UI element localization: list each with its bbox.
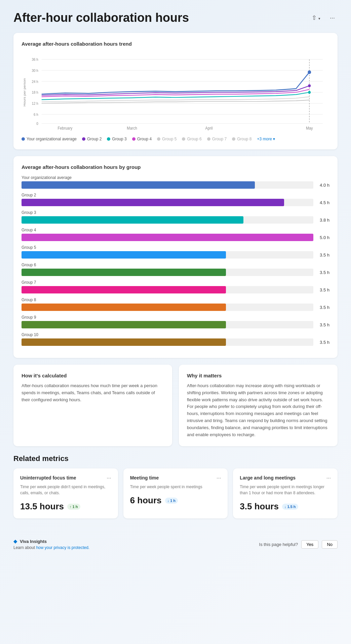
bar-fill-8 <box>22 321 226 328</box>
footer-left: ◆ Viva Insights Learn about how your pri… <box>13 539 89 550</box>
bar-fill-9 <box>22 338 226 346</box>
bar-track-4 <box>22 251 313 259</box>
bar-label-7: Group 8 <box>22 297 329 302</box>
bar-label-4: Group 5 <box>22 245 329 250</box>
bar-fill-1 <box>22 199 284 206</box>
bar-value-6: 3.5 h <box>316 287 329 292</box>
bar-group-5: Group 6 3.5 h <box>22 263 329 276</box>
footer-privacy-link[interactable]: how your privacy is protected. <box>36 545 89 550</box>
metric-meeting-desc: Time per week people spent in meetings <box>130 484 221 490</box>
bar-row-6: 3.5 h <box>22 286 329 293</box>
bar-value-2: 3.8 h <box>316 218 329 223</box>
bar-value-5: 3.5 h <box>316 270 329 275</box>
bar-group-6: Group 7 3.5 h <box>22 280 329 293</box>
metric-focus-desc: Time per week people didn't spend in mee… <box>20 484 111 496</box>
svg-text:12 h: 12 h <box>32 102 38 105</box>
legend-item-group2[interactable]: Group 2 <box>82 137 102 141</box>
svg-text:February: February <box>58 126 73 131</box>
svg-text:6 h: 6 h <box>34 112 38 116</box>
legend-label-group2: Group 2 <box>87 137 102 141</box>
metric-focus-value-row: 13.5 hours ↑ 1 h <box>20 501 111 512</box>
bar-value-8: 3.5 h <box>316 322 329 327</box>
metric-large-more-button[interactable]: ··· <box>326 475 331 481</box>
more-icon: ··· <box>330 14 335 21</box>
bar-group-7: Group 8 3.5 h <box>22 297 329 311</box>
footer-brand: ◆ Viva Insights <box>13 539 89 544</box>
bar-chart: Your organizational average 4.0 h Group … <box>22 175 329 346</box>
legend-more-button[interactable]: +3 more ▾ <box>257 137 275 141</box>
legend-dot-group5 <box>157 137 160 141</box>
footer-no-button[interactable]: No <box>322 540 338 549</box>
bar-row-7: 3.5 h <box>22 304 329 311</box>
footer-privacy-row: Learn about how your privacy is protecte… <box>13 545 89 550</box>
svg-text:May: May <box>306 126 313 131</box>
bar-label-9: Group 10 <box>22 332 329 337</box>
bar-row-9: 3.5 h <box>22 338 329 346</box>
bar-fill-4 <box>22 251 226 259</box>
legend-label-group6: Group 6 <box>187 137 201 141</box>
legend-item-group7[interactable]: Group 7 <box>207 137 227 141</box>
bar-group-2: Group 3 3.8 h <box>22 210 329 224</box>
metric-meeting-more-button[interactable]: ··· <box>217 475 221 481</box>
legend-item-group6[interactable]: Group 6 <box>182 137 201 141</box>
page-title: After-hour collaboration hours <box>13 11 189 25</box>
metric-large-value: 3.5 hours <box>240 501 279 512</box>
bar-group-0: Your organizational average 4.0 h <box>22 175 329 189</box>
legend-item-group3[interactable]: Group 3 <box>107 137 126 141</box>
bar-fill-6 <box>22 286 226 293</box>
bar-fill-0 <box>22 181 255 189</box>
svg-text:0: 0 <box>36 122 38 126</box>
metric-meeting-header: Meeting time ··· <box>130 475 221 481</box>
metric-meeting-change: ↓ 1 h <box>165 498 178 504</box>
metric-meeting-value-row: 6 hours ↓ 1 h <box>130 495 221 506</box>
bar-fill-2 <box>22 216 243 224</box>
bar-label-8: Group 9 <box>22 315 329 320</box>
bar-track-9 <box>22 338 313 346</box>
metric-focus-more-button[interactable]: ··· <box>107 475 111 481</box>
line-chart-card: Average after-hours collaboration hours … <box>13 33 338 149</box>
metric-meeting-title: Meeting time <box>130 475 159 480</box>
bar-label-6: Group 7 <box>22 280 329 285</box>
bar-fill-5 <box>22 269 226 276</box>
legend-item-group8[interactable]: Group 8 <box>232 137 251 141</box>
legend-dot-group2 <box>82 137 85 141</box>
legend-label-group7: Group 7 <box>212 137 227 141</box>
metric-focus-title: Uninterrupted focus time <box>20 475 76 480</box>
bar-group-1: Group 2 4.5 h <box>22 193 329 206</box>
more-options-button[interactable]: ··· <box>327 13 338 23</box>
svg-text:18 h: 18 h <box>32 91 38 94</box>
legend-label-group3: Group 3 <box>112 137 126 141</box>
legend-item-org-avg[interactable]: Your organizational average <box>22 137 77 141</box>
bar-group-9: Group 10 3.5 h <box>22 332 329 346</box>
line-chart-container: 36 h 30 h 24 h 18 h 12 h 6 h 0 Hours per… <box>22 52 329 133</box>
metric-large-desc: Time per week people spent in meetings l… <box>240 484 331 496</box>
svg-point-22 <box>308 91 311 94</box>
bar-value-1: 4.5 h <box>316 200 329 205</box>
svg-text:36 h: 36 h <box>32 58 38 61</box>
bar-group-3: Group 4 5.0 h <box>22 228 329 241</box>
bar-row-2: 3.8 h <box>22 216 329 224</box>
legend-item-group5[interactable]: Group 5 <box>157 137 177 141</box>
header-actions: ⇧ ▾ ··· <box>309 13 338 23</box>
bar-label-3: Group 4 <box>22 228 329 232</box>
legend-more-chevron-icon: ▾ <box>273 137 275 141</box>
legend-label-org-avg: Your organizational average <box>27 137 77 141</box>
svg-text:Hours per person: Hours per person <box>23 78 26 106</box>
bar-track-7 <box>22 304 313 311</box>
bar-value-3: 5.0 h <box>316 235 329 240</box>
bar-label-2: Group 3 <box>22 210 329 215</box>
bar-track-3 <box>22 234 313 241</box>
footer-brand-name: Viva Insights <box>20 539 47 544</box>
bar-label-0: Your organizational average <box>22 175 329 180</box>
bar-row-3: 5.0 h <box>22 234 329 241</box>
svg-text:24 h: 24 h <box>32 80 38 83</box>
viva-insights-diamond-icon: ◆ <box>13 539 17 544</box>
why-matters-body: After-hours collaboration may increase a… <box>187 382 329 438</box>
bar-chart-card: Average after-hours collaboration hours … <box>13 156 338 358</box>
bar-group-8: Group 9 3.5 h <box>22 315 329 328</box>
share-button[interactable]: ⇧ ▾ <box>309 13 323 23</box>
bar-row-0: 4.0 h <box>22 181 329 189</box>
line-chart-title: Average after-hours collaboration hours … <box>22 41 329 47</box>
footer-yes-button[interactable]: Yes <box>301 540 318 549</box>
legend-item-group4[interactable]: Group 4 <box>132 137 152 141</box>
